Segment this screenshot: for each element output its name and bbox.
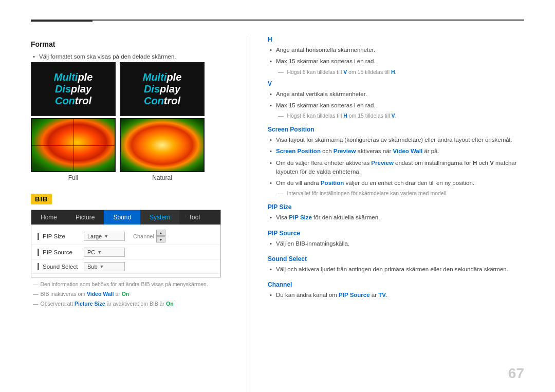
h-note: Högst 6 kan tilldelas till V om 15 tilld…: [278, 69, 524, 75]
v-note: Högst 6 kan tilldelas till H om 15 tilld…: [278, 113, 524, 119]
v-bullet-2: Max 15 skärmar kan sorteras i en rad.: [276, 101, 524, 110]
sp-bullet-1: Visa layout för skärmarna (konfigureras …: [276, 136, 524, 144]
ui-row-sound-select: Sound Select Sub ▼: [31, 259, 220, 274]
page-container: Format Välj formatet som ska visas på de…: [0, 0, 555, 392]
pip-size-value: Large: [87, 233, 102, 239]
image-mdc-right: Multiple Display Control: [120, 62, 205, 116]
h-bullet-1: Ange antal horisontella skärmenheter.: [276, 46, 524, 54]
v-bullet-1: Ange antal vertikala skärmenheter.: [276, 90, 524, 99]
image-flower-full: [31, 118, 116, 172]
ui-row-pip-size: PIP Size Large ▼ Channel ▲ ▼: [31, 228, 220, 245]
image-pair-bottom: [31, 118, 231, 172]
channel-label: Channel: [133, 233, 154, 239]
sp-bullet-4: Om du vill ändra Position väljer du en e…: [276, 179, 524, 188]
pip-source-arrow: ▼: [97, 250, 102, 255]
pip-source-heading: PIP Source: [268, 230, 524, 237]
channel-right-bullet: Du kan ändra kanal om PIP Source är TV.: [276, 291, 524, 300]
channel-up-btn[interactable]: ▲: [156, 230, 165, 236]
image-mdc-left: Multiple Display Control: [31, 62, 116, 116]
sound-select-right-bullet: Välj och aktivera ljudet från antingen d…: [276, 265, 524, 274]
sound-select-label: Sound Select: [38, 263, 84, 270]
sound-select-arrow: ▼: [100, 264, 104, 269]
image-flower-natural: [120, 118, 205, 172]
row-indicator-1: [38, 233, 39, 240]
image-pair-top: Multiple Display Control Multiple Displa…: [31, 62, 231, 116]
ui-body: PIP Size Large ▼ Channel ▲ ▼: [31, 225, 220, 277]
label-full: Full: [31, 174, 116, 181]
nav-home[interactable]: Home: [31, 210, 66, 225]
pip-source-right-bullet: Välj en BIB-inmatningskälla.: [276, 239, 524, 248]
ui-mockup: Home Picture Sound System Tool PIP Size: [31, 210, 221, 277]
format-title: Format: [31, 40, 231, 48]
sound-select-value: Sub: [87, 264, 98, 270]
image-labels: Full Natural: [31, 174, 231, 181]
note-3: —Observera att Picture Size är avaktiver…: [31, 301, 231, 307]
ui-nav: Home Picture Sound System Tool: [31, 210, 220, 225]
pip-size-select[interactable]: Large ▼: [84, 232, 125, 241]
sound-select-select[interactable]: Sub ▼: [84, 262, 125, 271]
pip-source-select[interactable]: PC ▼: [84, 248, 125, 257]
channel-down-btn[interactable]: ▼: [156, 236, 165, 242]
right-column: H Ange antal horisontella skärmenheter. …: [247, 36, 524, 392]
row-indicator-3: [38, 263, 39, 270]
nav-tool[interactable]: Tool: [179, 210, 209, 225]
sp-bullet-2: Screen Position och Preview aktiveras nä…: [276, 147, 524, 156]
left-column: Format Välj formatet som ska visas på de…: [31, 36, 247, 392]
ui-row-pip-source: PIP Source PC ▼: [31, 245, 220, 259]
v-letter: V: [268, 80, 524, 87]
note-1: —Den information som behövs för att ändr…: [31, 281, 231, 287]
page-number: 67: [508, 365, 524, 382]
bib-badge: BIB: [31, 194, 52, 204]
mdc-text-left: Multiple Display Control: [54, 71, 93, 107]
top-line: [31, 20, 524, 21]
pip-source-label: PIP Source: [38, 249, 84, 256]
pip-size-arrow: ▼: [104, 234, 108, 239]
sp-note: Intervallet för inställningen för skärmd…: [278, 190, 524, 196]
pip-size-heading: PIP Size: [268, 203, 524, 211]
h-letter: H: [268, 36, 524, 43]
label-natural: Natural: [120, 174, 205, 181]
mdc-text-right: Multiple Display Control: [143, 71, 182, 107]
h-bullet-2: Max 15 skärmar kan sorteras i en rad.: [276, 57, 524, 66]
sp-bullet-3: Om du väljer flera enheter aktiveras Pre…: [276, 159, 524, 177]
bib-section: BIB Home Picture Sound System Tool: [31, 194, 231, 307]
screen-position-heading: Screen Position: [268, 126, 524, 133]
pip-source-value: PC: [87, 249, 95, 255]
sound-select-heading: Sound Select: [268, 255, 524, 263]
note-2: —BIB inaktiveras om Video Wall är On: [31, 291, 231, 297]
pip-size-label: PIP Size: [38, 233, 84, 240]
row-indicator-2: [38, 249, 39, 256]
nav-system[interactable]: System: [140, 210, 179, 225]
channel-heading: Channel: [268, 281, 524, 288]
nav-picture[interactable]: Picture: [66, 210, 104, 225]
format-bullet: Välj formatet som ska visas på den delad…: [39, 53, 231, 60]
nav-sound[interactable]: Sound: [104, 210, 140, 225]
pip-size-right-bullet: Visa PIP Size för den aktuella skärmen.: [276, 213, 524, 222]
